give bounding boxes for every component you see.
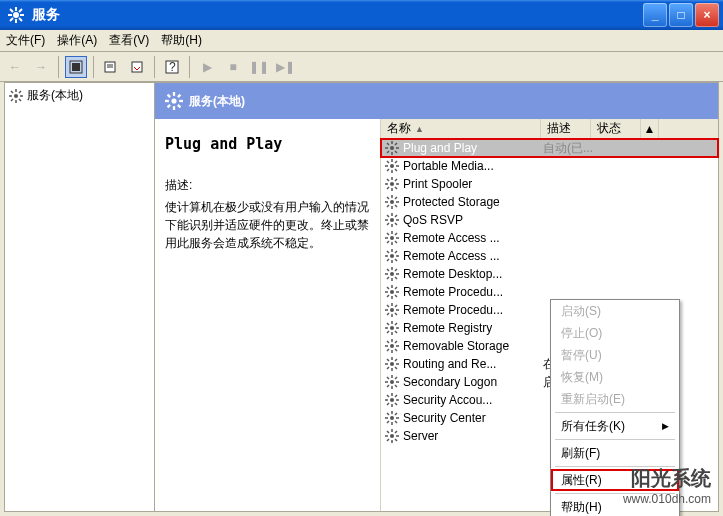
scroll-up-button[interactable]: ▲	[641, 119, 659, 138]
list-item[interactable]: Remote Access ...	[381, 229, 718, 247]
svg-line-52	[395, 161, 397, 163]
ctx-refresh[interactable]: 刷新(F)	[551, 442, 679, 464]
svg-point-53	[390, 182, 394, 186]
svg-line-159	[387, 385, 389, 387]
svg-line-86	[395, 241, 397, 243]
service-name: Security Center	[403, 411, 486, 425]
svg-line-50	[395, 169, 397, 171]
ctx-properties[interactable]: 属性(R)	[551, 469, 679, 491]
list-item[interactable]: Protected Storage	[381, 193, 718, 211]
svg-line-141	[387, 349, 389, 351]
minimize-button[interactable]: _	[643, 3, 667, 27]
svg-line-43	[395, 143, 397, 145]
menubar: 文件(F) 操作(A) 查看(V) 帮助(H)	[0, 30, 723, 52]
svg-line-40	[387, 143, 389, 145]
gear-icon	[9, 89, 23, 103]
play-button: ▶	[196, 56, 218, 78]
service-name: Removable Storage	[403, 339, 509, 353]
svg-line-142	[395, 341, 397, 343]
back-button: ←	[4, 56, 26, 78]
svg-line-5	[10, 9, 13, 12]
svg-line-76	[387, 215, 389, 217]
separator	[93, 56, 94, 78]
list-item[interactable]: Portable Media...	[381, 157, 718, 175]
svg-line-32	[178, 105, 181, 108]
svg-line-168	[387, 403, 389, 405]
tree-root-label: 服务(本地)	[27, 87, 83, 104]
service-name: Remote Desktop...	[403, 267, 502, 281]
window-title: 服务	[28, 6, 641, 24]
help-toolbar-button[interactable]: ?	[161, 56, 183, 78]
export-button[interactable]	[126, 56, 148, 78]
svg-line-106	[395, 269, 397, 271]
svg-line-7	[10, 18, 13, 21]
svg-line-22	[11, 91, 13, 93]
list-item[interactable]: Plug and Play自动(已...	[381, 139, 718, 157]
service-name: Routing and Re...	[403, 357, 496, 371]
stop-toolbar-button: ■	[222, 56, 244, 78]
svg-point-116	[390, 308, 394, 312]
list-item[interactable]: Remote Access ...	[381, 247, 718, 265]
up-button[interactable]	[65, 56, 87, 78]
detail-panel: Plug and Play 描述: 使计算机在极少或没有用户输入的情况下能识别并…	[155, 119, 380, 511]
menu-help[interactable]: 帮助(H)	[161, 32, 202, 49]
menu-action[interactable]: 操作(A)	[57, 32, 97, 49]
svg-point-161	[390, 398, 394, 402]
service-name: Remote Access ...	[403, 249, 500, 263]
svg-line-104	[395, 277, 397, 279]
svg-line-42	[387, 151, 389, 153]
pane-body: Plug and Play 描述: 使计算机在极少或没有用户输入的情况下能识别并…	[155, 119, 718, 511]
column-desc[interactable]: 描述	[541, 119, 591, 138]
svg-line-25	[19, 91, 21, 93]
list-item[interactable]: QoS RSVP	[381, 211, 718, 229]
properties-toolbar-button[interactable]	[100, 56, 122, 78]
svg-line-88	[395, 233, 397, 235]
submenu-arrow-icon: ▶	[662, 421, 669, 431]
sort-indicator-icon: ▲	[415, 124, 424, 134]
maximize-button[interactable]: □	[669, 3, 693, 27]
toolbar: ← → ? ▶ ■ ❚❚ ▶❚	[0, 52, 723, 82]
svg-line-169	[395, 395, 397, 397]
svg-line-59	[395, 187, 397, 189]
svg-point-152	[390, 380, 394, 384]
svg-line-23	[19, 99, 21, 101]
svg-line-87	[387, 241, 389, 243]
svg-point-71	[390, 218, 394, 222]
menu-view[interactable]: 查看(V)	[109, 32, 149, 49]
pane-header: 服务(本地)	[155, 83, 718, 119]
tree-root[interactable]: 服务(本地)	[9, 87, 150, 104]
svg-line-185	[395, 439, 397, 441]
svg-line-115	[395, 287, 397, 289]
svg-point-26	[171, 98, 176, 103]
svg-line-103	[387, 269, 389, 271]
svg-line-121	[387, 305, 389, 307]
svg-line-61	[395, 179, 397, 181]
svg-line-177	[387, 421, 389, 423]
svg-line-122	[395, 313, 397, 315]
list-item[interactable]: Print Spooler	[381, 175, 718, 193]
svg-line-51	[387, 169, 389, 171]
svg-point-89	[390, 254, 394, 258]
svg-line-79	[395, 215, 397, 217]
svg-line-166	[387, 395, 389, 397]
svg-line-132	[387, 331, 389, 333]
column-status[interactable]: 状态	[591, 119, 641, 138]
column-name[interactable]: 名称▲	[381, 119, 541, 138]
service-name: Remote Procedu...	[403, 285, 503, 299]
svg-line-77	[395, 223, 397, 225]
list-item[interactable]: Remote Desktop...	[381, 265, 718, 283]
svg-line-8	[19, 9, 22, 12]
window-titlebar: 服务 _ □ ×	[0, 0, 723, 30]
svg-line-58	[387, 179, 389, 181]
separator	[555, 466, 675, 467]
ctx-all-tasks[interactable]: 所有任务(K)▶	[551, 415, 679, 437]
svg-line-31	[168, 95, 171, 98]
close-button[interactable]: ×	[695, 3, 719, 27]
ctx-stop: 停止(O)	[551, 322, 679, 344]
ctx-help[interactable]: 帮助(H)	[551, 496, 679, 516]
svg-line-114	[387, 295, 389, 297]
menu-file[interactable]: 文件(F)	[6, 32, 45, 49]
svg-point-125	[390, 326, 394, 330]
svg-line-167	[395, 403, 397, 405]
svg-point-170	[390, 416, 394, 420]
